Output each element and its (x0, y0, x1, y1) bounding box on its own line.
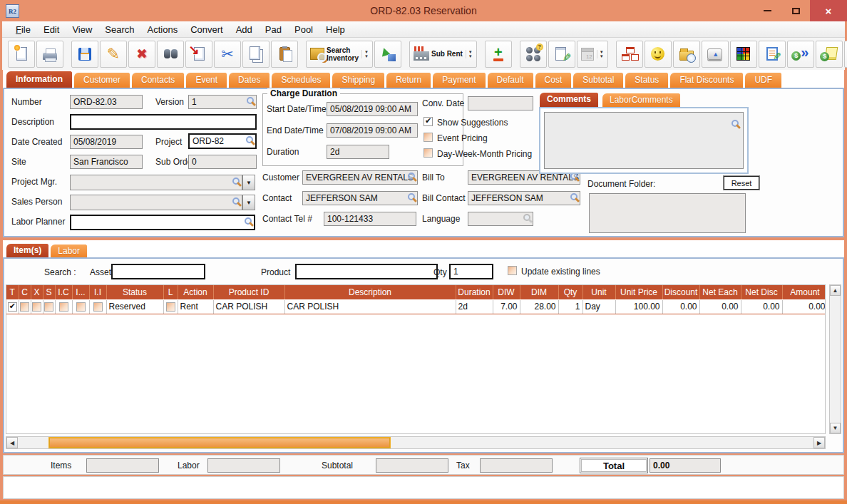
scroll-up-icon[interactable]: ▲ (830, 285, 841, 296)
col-i-dots[interactable]: I... (72, 285, 89, 299)
col-ii[interactable]: I.I (89, 285, 106, 299)
copy-button[interactable] (242, 41, 270, 68)
project-mgr-lookup-icon[interactable] (232, 178, 240, 185)
save-button[interactable] (71, 41, 98, 68)
comments-field[interactable] (544, 112, 744, 169)
col-x[interactable]: X (31, 285, 43, 299)
close-button[interactable]: × (810, 0, 847, 21)
menu-file[interactable]: File (9, 23, 37, 36)
sub-rent-button[interactable]: Sub Rent (409, 41, 477, 68)
tab-return[interactable]: Return (386, 72, 431, 88)
col-ic[interactable]: I.C (55, 285, 72, 299)
dollar-forward-button[interactable] (787, 41, 814, 68)
col-amount[interactable]: Amount (782, 285, 826, 299)
menu-help[interactable]: Help (319, 23, 351, 36)
row-ii-checkbox[interactable] (93, 302, 103, 312)
version-field[interactable]: 1 (188, 95, 257, 109)
site-field[interactable]: San Francisco (70, 155, 143, 169)
number-field[interactable]: ORD-82.03 (70, 95, 143, 109)
tab-status[interactable]: Status (625, 72, 669, 88)
scroll-right-icon[interactable]: ▶ (813, 437, 825, 448)
menu-convert[interactable]: Convert (184, 23, 230, 36)
col-unit-price[interactable]: Unit Price (615, 285, 662, 299)
sub-rent-dropdown-icon[interactable] (466, 50, 473, 58)
start-datetime-field[interactable]: 05/08/2019 09:00 AM (327, 102, 418, 116)
project-field[interactable]: ORD-82 (188, 133, 257, 149)
vertical-scrollbar[interactable]: ▲ ▼ (829, 284, 841, 434)
row-x-checkbox[interactable] (32, 302, 41, 312)
menu-actions[interactable]: Actions (141, 23, 185, 36)
end-datetime-field[interactable]: 07/08/2019 09:00 AM (327, 123, 418, 138)
tab-cost[interactable]: Cost (535, 72, 573, 88)
edit-button[interactable] (100, 41, 127, 68)
copy-order-button[interactable] (185, 41, 212, 68)
contact-tel-field[interactable]: 100-121433 (324, 212, 416, 226)
memo-edit-button[interactable] (759, 41, 786, 68)
search-inventory-dropdown-icon[interactable] (361, 50, 369, 58)
menu-add[interactable]: Add (230, 23, 259, 36)
row-t-checkbox[interactable] (8, 302, 17, 312)
col-discount[interactable]: Discount (662, 285, 699, 299)
customer-lookup-icon[interactable] (408, 173, 415, 180)
scroll-left-icon[interactable]: ◀ (6, 437, 18, 448)
dollar-note-button[interactable] (816, 41, 843, 68)
col-net-each[interactable]: Net Each (699, 285, 741, 299)
minimize-button[interactable] (753, 0, 781, 21)
col-product-id[interactable]: Product ID (213, 285, 284, 299)
add-remove-line-button[interactable] (485, 41, 512, 68)
tab-flat-discounts[interactable]: Flat Discounts (669, 72, 744, 88)
tab-labor[interactable]: Labor (50, 244, 88, 258)
asset-search-input[interactable] (111, 264, 205, 279)
menu-edit[interactable]: Edit (37, 23, 66, 36)
pool-button[interactable] (520, 41, 547, 68)
labor-planner-field[interactable] (70, 215, 255, 230)
maximize-button[interactable] (781, 0, 810, 21)
horizontal-scrollbar[interactable]: ◀ ▶ (6, 436, 826, 449)
tab-information[interactable]: Information (6, 71, 73, 88)
scroll-down-icon[interactable]: ▼ (830, 423, 841, 433)
col-status[interactable]: Status (106, 285, 163, 299)
tab-customer[interactable]: Customer (73, 72, 130, 88)
col-duration[interactable]: Duration (456, 285, 493, 299)
menu-pool[interactable]: Pool (288, 23, 319, 36)
cut-button[interactable] (214, 41, 241, 68)
col-unit[interactable]: Unit (582, 285, 615, 299)
row-c-checkbox[interactable] (20, 302, 29, 312)
col-qty[interactable]: Qty (558, 285, 582, 299)
tab-shipping[interactable]: Shipping (332, 72, 385, 88)
site-structure-button[interactable] (616, 41, 643, 68)
bill-contact-lookup-icon[interactable] (570, 193, 578, 200)
convert-button[interactable] (374, 41, 401, 68)
find-button[interactable] (157, 41, 184, 68)
duration-field[interactable]: 2d (327, 145, 389, 159)
tab-items[interactable]: Item(s) (6, 243, 49, 258)
smiley-button[interactable] (645, 41, 672, 68)
notes-button[interactable] (548, 41, 575, 68)
event-pricing-checkbox[interactable] (423, 133, 433, 142)
comments-lookup-icon[interactable] (732, 120, 739, 127)
col-c[interactable]: C (19, 285, 31, 299)
show-suggestions-checkbox[interactable] (423, 117, 433, 126)
tab-dates[interactable]: Dates (228, 72, 270, 88)
project-mgr-field[interactable] (70, 175, 242, 190)
row-i-dots-checkbox[interactable] (76, 302, 86, 312)
tab-event[interactable]: Event (185, 72, 227, 88)
col-description[interactable]: Description (284, 285, 456, 299)
menu-search[interactable]: Search (98, 23, 140, 36)
sub-orders-field[interactable]: 0 (188, 155, 257, 169)
row-l-checkbox[interactable] (166, 302, 175, 312)
labor-planner-lookup-icon[interactable] (245, 217, 252, 225)
col-dim[interactable]: DIM (520, 285, 558, 299)
print-button[interactable] (36, 41, 63, 68)
sales-person-dropdown[interactable] (242, 195, 255, 210)
product-search-input[interactable] (295, 264, 438, 279)
reset-button[interactable]: Reset (723, 175, 760, 190)
customer-field[interactable]: EVERGREEN AV RENTALS (302, 170, 418, 185)
update-existing-lines-checkbox[interactable] (508, 266, 517, 275)
table-row[interactable]: Reserved Rent CAR POLISH CAR POLISH 2d 7… (6, 299, 826, 314)
date-created-field[interactable]: 05/08/2019 (70, 135, 143, 149)
shortcut-key-button[interactable] (702, 41, 729, 68)
search-inventory-button[interactable]: SearchInventory (306, 41, 373, 68)
sales-person-field[interactable] (70, 195, 242, 210)
tab-payment[interactable]: Payment (432, 72, 486, 88)
